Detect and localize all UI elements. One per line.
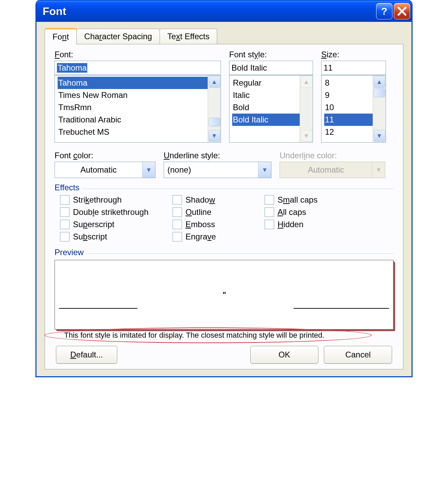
tab-text-effects[interactable]: Text Effects	[160, 29, 218, 44]
check-hidden[interactable]: Hidden	[265, 220, 346, 229]
default-button[interactable]: Default...	[56, 346, 117, 364]
chevron-up-icon: ▲	[303, 78, 310, 86]
checkbox-icon	[60, 207, 70, 217]
divider	[82, 189, 393, 189]
font-input-value: Tahoma	[57, 63, 87, 73]
check-subscript[interactable]: Subscript	[60, 232, 169, 241]
font-option-tmsrmn[interactable]: TmsRmn	[58, 101, 208, 114]
font-input[interactable]: Tahoma	[55, 61, 221, 75]
size-scrollbar[interactable]: ▲ ▼	[373, 75, 386, 142]
checkbox-icon	[60, 195, 70, 205]
style-option-bold-italic[interactable]: Bold Italic	[232, 114, 300, 126]
chevron-down-icon: ▼	[376, 166, 382, 174]
underline-style-value: (none)	[164, 162, 258, 178]
scroll-up-button[interactable]: ▲	[374, 76, 385, 88]
chevron-down-icon: ▼	[303, 132, 310, 140]
underline-color-value: Automatic	[280, 162, 372, 178]
font-option-tahoma[interactable]: Tahoma	[58, 77, 208, 89]
close-button[interactable]	[394, 3, 410, 19]
chevron-up-icon: ▲	[376, 78, 383, 86]
size-option-9[interactable]: 9	[324, 89, 373, 101]
chevron-down-icon: ▼	[211, 132, 218, 140]
font-scrollbar[interactable]: ▲ ▼	[208, 75, 221, 142]
annotation-wrap: This font style is imitated for display.…	[55, 329, 393, 346]
chevron-down-icon: ▼	[262, 166, 268, 174]
font-list-items[interactable]: Tahoma Times New Roman TmsRmn Traditiona…	[55, 75, 208, 142]
ok-button[interactable]: OK	[250, 346, 318, 364]
window-title: Font	[43, 5, 375, 18]
scroll-thumb[interactable]	[374, 88, 385, 97]
size-input[interactable]: 11	[321, 61, 386, 75]
effects-section-header: Effects	[55, 183, 393, 192]
help-button[interactable]: ?	[376, 3, 392, 19]
help-icon: ?	[381, 5, 387, 17]
checkbox-icon	[265, 195, 274, 205]
font-option-times[interactable]: Times New Roman	[58, 89, 208, 101]
tab-font[interactable]: Font	[45, 28, 77, 44]
font-color-label: Font color:	[55, 151, 155, 160]
style-option-italic[interactable]: Italic	[232, 89, 300, 101]
check-all-caps[interactable]: All caps	[265, 207, 346, 217]
check-outline[interactable]: Outline	[173, 207, 261, 217]
underline-style-label: Underline style:	[164, 151, 271, 160]
combo-arrow-button: ▼	[372, 162, 385, 178]
close-icon	[398, 7, 406, 16]
tab-row: Font Character Spacing Text Effects	[45, 28, 403, 44]
scroll-down-button[interactable]: ▼	[209, 130, 220, 142]
size-option-12[interactable]: 12	[324, 126, 373, 138]
font-style-input[interactable]: Bold Italic	[229, 61, 313, 75]
preview-line-left	[59, 308, 137, 309]
scroll-track[interactable]	[374, 88, 385, 130]
size-listbox[interactable]: 8 9 10 11 12 ▲ ▼	[321, 75, 386, 143]
size-option-10[interactable]: 10	[324, 101, 373, 114]
scroll-thumb[interactable]	[209, 118, 220, 127]
font-option-traditional-arabic[interactable]: Traditional Arabic	[58, 114, 208, 126]
effects-label: Effects	[55, 183, 79, 192]
scroll-up-button[interactable]: ▲	[209, 76, 220, 88]
style-scrollbar: ▲ ▼	[300, 75, 313, 142]
checkbox-icon	[60, 220, 70, 229]
font-listbox[interactable]: Tahoma Times New Roman TmsRmn Traditiona…	[55, 75, 221, 143]
button-row: Default... OK Cancel	[55, 346, 393, 364]
size-option-8[interactable]: 8	[324, 77, 373, 89]
checkbox-icon	[173, 207, 182, 217]
cancel-button[interactable]: Cancel	[324, 346, 392, 364]
checkbox-icon	[173, 195, 182, 205]
scroll-down-button[interactable]: ▼	[374, 130, 385, 142]
font-style-listbox[interactable]: Regular Italic Bold Bold Italic ▲ ▼	[229, 75, 313, 143]
preview-section-header: Preview	[55, 248, 393, 257]
font-style-label: Font style:	[229, 50, 313, 59]
tab-character-spacing[interactable]: Character Spacing	[76, 29, 160, 44]
check-shadow[interactable]: Shadow	[173, 195, 261, 205]
size-option-11[interactable]: 11	[324, 114, 373, 126]
scroll-track[interactable]	[209, 88, 220, 130]
checkbox-icon	[173, 220, 182, 229]
check-emboss[interactable]: Emboss	[173, 220, 261, 229]
size-input-value: 11	[324, 63, 333, 73]
underline-color-label: Underline color:	[280, 151, 385, 160]
titlebar[interactable]: Font ?	[36, 1, 412, 22]
tab-panel: Font: Tahoma Tahoma Times New Roman TmsR…	[45, 44, 403, 369]
preview-message: This font style is imitated for display.…	[55, 329, 393, 346]
size-list-items[interactable]: 8 9 10 11 12	[322, 75, 373, 142]
check-engrave[interactable]: Engrave	[173, 232, 261, 241]
preview-line-right	[294, 308, 389, 309]
font-color-combo[interactable]: Automatic ▼	[55, 162, 155, 178]
check-superscript[interactable]: Superscript	[60, 220, 169, 229]
font-style-list-items[interactable]: Regular Italic Bold Bold Italic	[229, 75, 300, 142]
style-option-regular[interactable]: Regular	[232, 77, 300, 89]
dialog-body: Font Character Spacing Text Effects Font…	[36, 22, 412, 376]
check-strikethrough[interactable]: Strikethrough	[60, 195, 169, 205]
preview-sample: "	[222, 290, 226, 299]
font-style-input-value: Bold Italic	[232, 63, 267, 73]
check-small-caps[interactable]: Small caps	[265, 195, 346, 205]
preview-box: "	[55, 260, 393, 329]
combo-arrow-button[interactable]: ▼	[142, 162, 155, 178]
combo-arrow-button[interactable]: ▼	[258, 162, 271, 178]
scroll-up-button: ▲	[301, 76, 312, 88]
underline-style-combo[interactable]: (none) ▼	[164, 162, 271, 178]
font-option-trebuchet[interactable]: Trebuchet MS	[58, 126, 208, 138]
check-double-strikethrough[interactable]: Double strikethrough	[60, 207, 169, 217]
style-option-bold[interactable]: Bold	[232, 101, 300, 114]
font-color-value: Automatic	[55, 162, 142, 178]
